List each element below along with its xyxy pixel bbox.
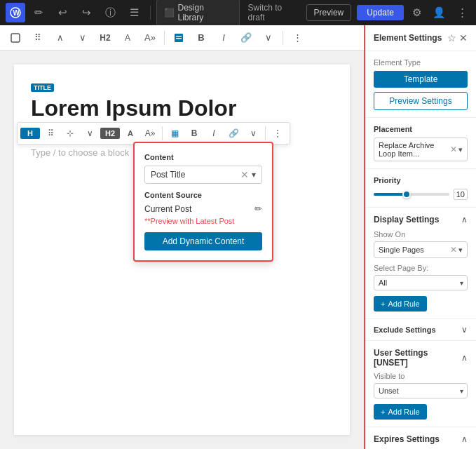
show-on-clear-icon[interactable]: ✕: [450, 245, 457, 255]
expires-header[interactable]: Expires Settings ∧: [374, 434, 468, 444]
bold-button[interactable]: B: [191, 28, 211, 48]
exclude-chevron-icon[interactable]: ∨: [461, 325, 468, 335]
more-icon[interactable]: ⋮: [454, 4, 470, 22]
user-settings-chevron-icon[interactable]: ∧: [461, 353, 468, 363]
edit-source-icon[interactable]: ✏: [254, 203, 262, 214]
clear-icon[interactable]: ✕: [240, 169, 249, 180]
priority-slider[interactable]: [374, 193, 449, 196]
update-button[interactable]: Update: [357, 5, 404, 20]
divider: [150, 6, 151, 20]
redo-icon[interactable]: ↪: [77, 3, 97, 22]
add-rule-label: Add Rule: [388, 300, 419, 308]
design-library-button[interactable]: ⬛ Design Library: [156, 0, 240, 26]
editor-toolbar: ⠿ ∧ ∨ H2 A A» B I 🔗 ∨ ⋮: [0, 25, 364, 51]
link-button[interactable]: 🔗: [236, 28, 256, 48]
user-settings-section: User Settings [UNSET] ∧ Visible to Unset…: [365, 341, 476, 427]
info-icon[interactable]: ⓘ: [101, 3, 121, 22]
show-on-label: Show On: [374, 230, 468, 239]
content-label: Content: [144, 153, 262, 161]
italic-btn[interactable]: I: [205, 124, 223, 142]
visible-to-wrap: Unset: [374, 383, 468, 398]
italic-button[interactable]: I: [214, 28, 233, 48]
show-on-value: Single Pages: [379, 246, 450, 254]
library-icon: ⬛: [164, 8, 175, 18]
display-settings-header[interactable]: Display Settings ∧: [374, 215, 468, 224]
link-btn[interactable]: 🔗: [224, 124, 243, 142]
display-settings-title: Display Settings: [374, 215, 439, 224]
block-divider2: [265, 126, 266, 140]
visible-to-label: Visible to: [374, 372, 468, 380]
switch-draft-link[interactable]: Switch to draft: [248, 3, 301, 22]
show-on-chevron-icon[interactable]: ▾: [458, 246, 463, 255]
add-rule-label-2: Add Rule: [388, 408, 419, 416]
placement-clear-icon[interactable]: ✕: [450, 145, 457, 154]
chevron-btn[interactable]: ∨: [244, 124, 262, 142]
exclude-label: Exclude Settings: [374, 326, 436, 334]
slider-thumb[interactable]: [402, 190, 411, 199]
doc-icon-btn[interactable]: ▦: [165, 124, 184, 142]
priority-value[interactable]: 10: [454, 189, 468, 200]
settings-icon[interactable]: ⚙: [409, 4, 424, 22]
more-options-chevron[interactable]: ∨: [259, 28, 278, 48]
show-on-select[interactable]: Single Pages ✕ ▾: [374, 241, 468, 258]
page-title[interactable]: Lorem Ipsum Dolor: [31, 95, 333, 121]
add-dynamic-content-button[interactable]: Add Dynamic Content: [144, 232, 262, 250]
element-type-section: Element Type Template Preview Settings: [365, 51, 476, 118]
placement-section: Placement Replace Archive Loop Item... ✕…: [365, 118, 476, 169]
kebab-menu-icon[interactable]: ⋮: [287, 28, 307, 48]
slider-fill: [374, 193, 404, 196]
undo-icon[interactable]: ↩: [53, 3, 73, 22]
placement-chevron-icon[interactable]: ▾: [458, 145, 463, 154]
h2-block-btn[interactable]: H2: [100, 128, 120, 139]
text-size-icon[interactable]: A: [118, 28, 137, 48]
svg-rect-2: [11, 34, 20, 42]
expires-title: Expires Settings: [374, 434, 440, 444]
template-button[interactable]: Template: [374, 71, 468, 88]
user-avatar[interactable]: 👤: [430, 4, 449, 22]
close-panel-icon[interactable]: ✕: [459, 32, 468, 43]
kebab-btn[interactable]: ⋮: [268, 124, 287, 142]
display-settings-section: Display Settings ∧ Show On Single Pages …: [365, 208, 476, 319]
top-bar: W ✏ ↩ ↪ ⓘ ☰ ⬛ Design Library Switch to d…: [0, 0, 476, 25]
star-icon[interactable]: ☆: [447, 32, 456, 43]
svg-text:W: W: [13, 9, 20, 17]
block-type-button[interactable]: [6, 28, 25, 48]
align-icon[interactable]: A»: [140, 28, 160, 48]
block-type-h-button[interactable]: H: [20, 128, 40, 139]
preview-button[interactable]: Preview: [306, 4, 352, 21]
element-type-label: Element Type: [374, 58, 468, 67]
wp-logo[interactable]: W: [6, 3, 25, 22]
panel-title: Element Settings: [374, 33, 442, 43]
content-select[interactable]: Post Title ✕ ▾: [144, 166, 262, 184]
preview-note-text: *Preview with Latest Post: [147, 217, 234, 225]
exclude-section[interactable]: Exclude Settings ∨: [365, 319, 476, 341]
add-rule-button[interactable]: + Add Rule: [374, 296, 427, 311]
drag-dots-icon[interactable]: ⠿: [41, 124, 60, 142]
preview-settings-button[interactable]: Preview Settings: [374, 92, 468, 110]
h2-button[interactable]: H2: [95, 28, 115, 48]
display-chevron-icon[interactable]: ∧: [461, 215, 468, 224]
priority-label: Priority: [374, 176, 468, 185]
select-page-select[interactable]: All: [374, 275, 468, 290]
select-page-label: Select Page By:: [374, 264, 468, 272]
content-select-value: Post Title: [151, 170, 240, 180]
drag-handle[interactable]: ⠿: [28, 28, 48, 48]
svg-rect-5: [176, 38, 182, 39]
select-chevron-icon[interactable]: ▾: [252, 170, 256, 180]
document-icon[interactable]: [169, 28, 189, 48]
plus-icon-2: +: [381, 408, 385, 416]
placement-select[interactable]: Replace Archive Loop Item... ✕ ▾: [374, 138, 468, 161]
visible-to-select[interactable]: Unset: [374, 383, 468, 398]
align-text-btn[interactable]: A»: [141, 124, 159, 142]
move-icon[interactable]: ⊹: [61, 124, 79, 142]
edit-icon[interactable]: ✏: [29, 3, 49, 22]
expires-chevron-icon[interactable]: ∧: [461, 434, 468, 444]
font-size-btn[interactable]: A: [121, 124, 140, 142]
move-down-btn[interactable]: ∨: [81, 124, 99, 142]
move-down-icon[interactable]: ∨: [73, 28, 93, 48]
add-rule-button-2[interactable]: + Add Rule: [374, 404, 427, 420]
bold-btn[interactable]: B: [185, 124, 203, 142]
move-up-icon[interactable]: ∧: [50, 28, 70, 48]
list-icon[interactable]: ☰: [125, 3, 144, 22]
user-settings-header[interactable]: User Settings [UNSET] ∧: [374, 348, 468, 368]
